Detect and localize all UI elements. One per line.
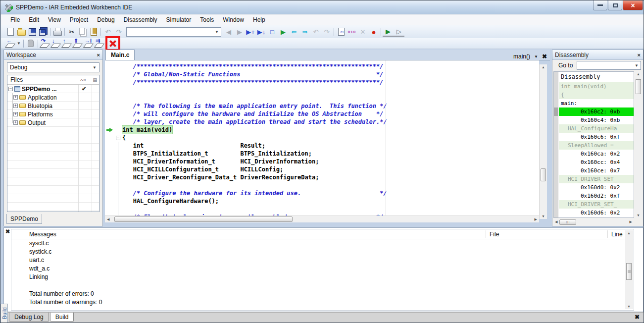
tree-row-output[interactable]: +Output xyxy=(7,118,99,127)
reset-dropdown-icon[interactable]: ▼ xyxy=(16,39,22,49)
scroll-down-icon[interactable]: ▼ xyxy=(637,214,640,217)
navigate-forward-icon[interactable]: ⇒ xyxy=(299,27,310,37)
go-icon[interactable]: ▶ xyxy=(278,27,289,37)
build-panel-close-icon[interactable]: ✖ xyxy=(5,228,10,235)
step-out-icon[interactable]: ↑ xyxy=(61,39,72,49)
disassembly-row[interactable]: int main(void) xyxy=(559,82,634,91)
message-row[interactable]: wdt_a.c xyxy=(11,265,634,273)
menu-edit[interactable]: Edit xyxy=(24,15,44,25)
goto-input[interactable]: ▼ xyxy=(577,61,641,70)
messages-list[interactable]: sysctl.csystick.cuart.cwdt_a.cLinkingTot… xyxy=(11,239,634,307)
scroll-left-icon[interactable]: ◀ xyxy=(105,217,111,221)
previous-bookmark-icon[interactable]: ↶ xyxy=(310,27,321,37)
tree-row-project[interactable]: − SPPDemo ... ✔ xyxy=(7,85,99,93)
maximize-button[interactable] xyxy=(608,0,622,10)
tree-body[interactable]: − SPPDemo ... ✔ +Application+Bluetopia+P… xyxy=(7,85,99,212)
scrollbar-thumb[interactable] xyxy=(114,216,293,222)
disassembly-row[interactable]: 0x160ce: 0x7 xyxy=(559,166,634,175)
disassembly-horizontal-scrollbar[interactable]: ◀ ||| ▶ xyxy=(553,218,634,225)
fold-collapse-icon[interactable] xyxy=(116,136,120,140)
disassembly-row[interactable]: HCI_DRIVER_SET_ xyxy=(559,200,634,209)
menu-project[interactable]: Project xyxy=(65,15,93,25)
find-bookmark-add-icon[interactable]: ▶+ xyxy=(245,27,256,37)
download-and-debug-icon[interactable]: ▶ xyxy=(383,27,394,37)
editor-close-icon[interactable]: ✖ xyxy=(542,53,547,60)
search-combo[interactable]: ▼ xyxy=(126,27,221,37)
disassembly-row[interactable]: 0x160c2: 0xb xyxy=(559,108,634,116)
step-into-icon[interactable]: ↓ xyxy=(50,39,61,49)
scroll-right-icon[interactable]: ▶ xyxy=(533,217,539,221)
workspace-close-icon[interactable]: × xyxy=(97,52,100,58)
message-row[interactable]: Linking xyxy=(11,273,634,281)
expand-icon[interactable]: + xyxy=(13,95,18,100)
expand-icon[interactable]: + xyxy=(13,112,18,116)
collapse-icon[interactable]: − xyxy=(8,87,13,91)
menu-file[interactable]: File xyxy=(6,15,24,25)
column-file[interactable]: File xyxy=(490,231,499,238)
find-in-files-icon[interactable]: □ xyxy=(267,27,278,37)
expand-icon[interactable]: + xyxy=(13,120,18,125)
disassembly-vertical-scrollbar[interactable]: ▲ ▼ xyxy=(635,71,643,218)
step-over-icon[interactable]: ↷ xyxy=(40,39,50,49)
column-line[interactable]: Line xyxy=(611,231,623,238)
reset-icon[interactable]: ← xyxy=(5,39,16,49)
message-row[interactable]: sysctl.c xyxy=(11,239,634,248)
bottom-tab-debug-log[interactable]: Debug Log xyxy=(9,313,49,322)
tree-row-platforms[interactable]: +Platforms xyxy=(7,110,99,118)
editor-vertical-scrollbar[interactable]: ▲ ▼ xyxy=(539,64,547,219)
scroll-left-icon[interactable]: ◀ xyxy=(553,220,559,224)
menu-simulator[interactable]: Simulator xyxy=(162,15,196,25)
find-next-icon[interactable]: ▶ xyxy=(234,27,245,37)
side-tab-build[interactable]: Build xyxy=(0,304,8,323)
navigate-backward-icon[interactable]: ⇐ xyxy=(289,27,299,37)
scrollbar-thumb[interactable]: ||| xyxy=(559,219,576,225)
toggle-breakpoint-icon[interactable]: ● xyxy=(368,27,379,37)
scroll-up-icon[interactable]: ▲ xyxy=(542,65,545,69)
message-row[interactable]: uart.c xyxy=(11,256,634,265)
scroll-down-icon[interactable]: ▼ xyxy=(627,305,631,308)
close-button[interactable]: × xyxy=(623,0,643,10)
menu-help[interactable]: Help xyxy=(248,15,270,25)
next-statement-icon[interactable]: ⇑ xyxy=(72,39,83,49)
disassembly-row[interactable]: main: xyxy=(559,99,634,108)
expand-icon[interactable]: + xyxy=(13,104,18,108)
redo-icon[interactable]: ↷ xyxy=(113,27,124,37)
print-icon[interactable] xyxy=(52,27,63,37)
code-area[interactable]: /***************************************… xyxy=(105,60,539,215)
stop-debugger-icon[interactable] xyxy=(108,39,118,49)
editor-horizontal-scrollbar[interactable]: ◀ ▶ xyxy=(105,215,539,222)
tree-row-application[interactable]: +Application xyxy=(7,93,99,102)
message-row[interactable]: Total number of warnings: 0 xyxy=(11,298,634,307)
message-row[interactable]: systick.c xyxy=(11,248,634,256)
menu-disassembly[interactable]: Disassembly xyxy=(119,15,162,25)
bottom-tab-build[interactable]: Build xyxy=(50,313,74,322)
disassembly-row[interactable]: 0x160cc: 0x4 xyxy=(559,158,634,166)
scrollbar-thumb[interactable] xyxy=(636,79,641,94)
menu-debug[interactable]: Debug xyxy=(93,15,119,25)
scrollbar-thumb[interactable] xyxy=(626,263,632,280)
disassembly-row[interactable]: 0x160ca: 0x2 xyxy=(559,150,634,158)
new-document-icon[interactable] xyxy=(5,27,16,37)
tree-row-bluetopia[interactable]: +Bluetopia xyxy=(7,102,99,110)
disassembly-list[interactable]: Disassembly int main(void){main:0x160c2:… xyxy=(553,71,634,218)
compile-icon[interactable]: 010 xyxy=(347,27,357,37)
status-column-icon[interactable]: ⁙≈ xyxy=(80,77,86,82)
message-row[interactable]: Total number of errors: 0 xyxy=(11,290,634,298)
column-messages[interactable]: Messages xyxy=(11,231,56,238)
make-icon[interactable] xyxy=(336,27,347,37)
tab-main-c[interactable]: Main.c xyxy=(105,50,135,60)
run-to-cursor-icon[interactable]: →I xyxy=(83,39,94,49)
disassembly-row[interactable]: { xyxy=(559,91,634,99)
menu-window[interactable]: Window xyxy=(218,15,248,25)
disassembly-row[interactable]: 0x160c6: 0xf xyxy=(559,133,634,141)
disassembly-row[interactable]: 0x160d2: 0xf xyxy=(559,192,634,200)
messages-vertical-scrollbar[interactable]: ▲ ▼ xyxy=(625,230,633,309)
context-dropdown-icon[interactable]: ▼ xyxy=(534,54,538,59)
output-column-icon[interactable]: ▤ xyxy=(93,77,97,82)
disassembly-row[interactable]: HCI_DRIVER_SET_ xyxy=(559,175,634,183)
menu-view[interactable]: View xyxy=(44,15,65,25)
save-icon[interactable] xyxy=(27,27,38,37)
undo-icon[interactable]: ↶ xyxy=(102,27,113,37)
debug-without-downloading-icon[interactable]: ▷ xyxy=(394,27,404,37)
configuration-dropdown[interactable]: Debug ▼ xyxy=(7,62,99,72)
